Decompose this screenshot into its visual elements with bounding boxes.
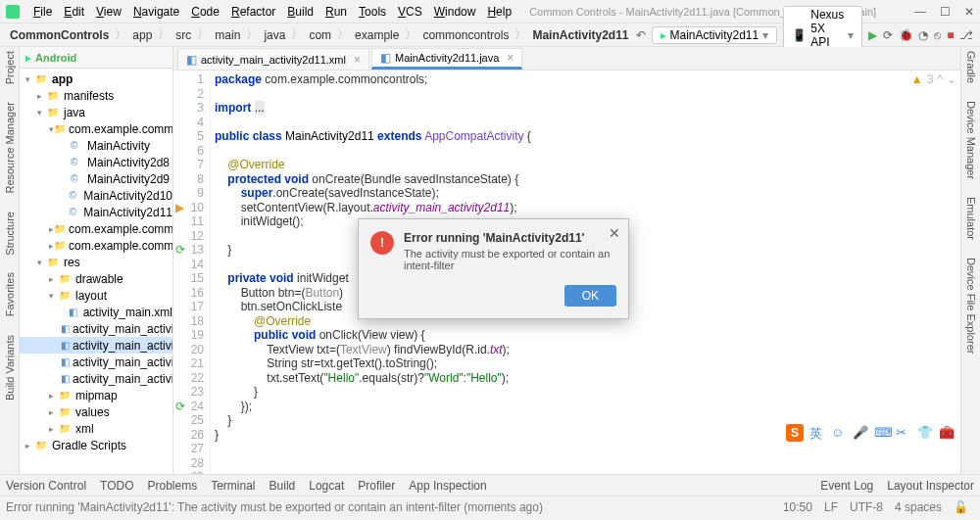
bottom-tab-event-log[interactable]: Event Log xyxy=(820,479,873,493)
tree-node[interactable]: ©MainActivity xyxy=(20,137,172,154)
tree-node[interactable]: ▾📁java xyxy=(20,104,172,120)
vcs-icon[interactable]: ⎇ xyxy=(959,28,973,42)
menu-edit[interactable]: Edit xyxy=(58,5,90,19)
tree-node[interactable]: ◧activity_main_activity2d11 xyxy=(20,337,172,354)
tree-node[interactable]: ©MainActivity2d8 xyxy=(20,154,172,170)
ime-lang[interactable]: 英 xyxy=(809,425,825,441)
bottom-tab-app-inspection[interactable]: App Inspection xyxy=(409,479,486,493)
bottom-tab-layout-inspector[interactable]: Layout Inspector xyxy=(887,479,974,493)
tree-node[interactable]: ▾📁app xyxy=(20,71,172,87)
encoding[interactable]: UTF-8 xyxy=(850,500,883,514)
menu-code[interactable]: Code xyxy=(185,5,225,19)
tool-tab-emulator[interactable]: Emulator xyxy=(965,197,977,240)
editor-badges[interactable]: ▲3 ^⌄ xyxy=(911,72,956,86)
menu-view[interactable]: View xyxy=(90,5,127,19)
tree-node[interactable]: ◧activity_main_activity2d8.x xyxy=(20,354,172,370)
sogou-icon[interactable]: S xyxy=(786,424,804,442)
bottom-tab-version-control[interactable]: Version Control xyxy=(6,479,86,493)
editor-tab[interactable]: ◧activity_main_activity2d11.xml× xyxy=(177,48,369,70)
tool-tab-structure[interactable]: Structure xyxy=(4,212,16,256)
close-tab-icon[interactable]: × xyxy=(354,53,361,67)
editor-tab[interactable]: ◧MainActivity2d11.java× xyxy=(371,48,522,70)
ime-toolbar[interactable]: S 英 ☺ 🎤 ⌨ ✂ 👕 🧰 xyxy=(786,424,955,442)
mic-icon[interactable]: 🎤 xyxy=(853,425,868,441)
debug-icon[interactable]: 🐞 xyxy=(899,28,912,42)
toolbar: CommonControls〉app〉src〉main〉java〉com〉exa… xyxy=(0,24,980,47)
tree-node[interactable]: ▸📁mipmap xyxy=(20,387,172,403)
tree-node[interactable]: ▸📁values xyxy=(20,403,172,420)
menu-file[interactable]: File xyxy=(27,5,58,19)
maximize-icon[interactable]: ☐ xyxy=(940,5,951,19)
tree-node[interactable]: ◧activity_main_activity2d10 xyxy=(20,320,172,337)
breadcrumb-8[interactable]: MainActivity2d11 xyxy=(528,28,632,42)
menu-navigate[interactable]: Navigate xyxy=(127,5,185,19)
emoji-icon[interactable]: ☺ xyxy=(831,425,847,441)
attach-icon[interactable]: ⎋ xyxy=(934,28,941,42)
close-window-icon[interactable]: ✕ xyxy=(964,5,974,19)
tree-node[interactable]: ▾📁layout xyxy=(20,287,172,304)
bottom-tab-terminal[interactable]: Terminal xyxy=(211,479,255,493)
run-icon[interactable]: ▶ xyxy=(868,28,877,42)
readonly-icon[interactable]: 🔓 xyxy=(954,500,968,514)
tree-node[interactable]: ◧activity_main.xml xyxy=(20,304,172,320)
caret-position[interactable]: 10:50 xyxy=(783,500,812,514)
project-tree[interactable]: ▾📁app▸📁manifests▾📁java▾📁com.example.comm… xyxy=(20,69,172,455)
project-view-label[interactable]: Android xyxy=(35,52,76,64)
status-message: Error running 'MainActivity2d11': The ac… xyxy=(6,500,543,514)
bottom-tab-profiler[interactable]: Profiler xyxy=(358,479,395,493)
tree-node[interactable]: ▸📁xml xyxy=(20,420,172,437)
breadcrumb-0[interactable]: CommonControls xyxy=(6,28,113,42)
back-icon[interactable]: ↶ xyxy=(636,28,646,42)
tree-node[interactable]: ▸📁com.example.commoncontrols xyxy=(20,220,172,237)
run-config-selector[interactable]: ▸MainActivity2d11▾ xyxy=(652,26,778,44)
tree-node[interactable]: ©MainActivity2d11 xyxy=(20,204,172,220)
tool-tab-project[interactable]: Project xyxy=(4,51,16,84)
breadcrumb-3[interactable]: main xyxy=(211,28,244,42)
breadcrumb-4[interactable]: java xyxy=(260,28,289,42)
tree-node[interactable]: ▾📁com.example.commoncontrols xyxy=(20,120,172,137)
line-separator[interactable]: LF xyxy=(824,500,838,514)
bottom-tab-problems[interactable]: Problems xyxy=(148,479,198,493)
menu-build[interactable]: Build xyxy=(281,5,319,19)
tree-node[interactable]: ©MainActivity2d10 xyxy=(20,187,172,204)
profile-icon[interactable]: ◔ xyxy=(918,28,928,42)
tool-tab-device-manager[interactable]: Device Manager xyxy=(965,101,977,179)
close-icon[interactable]: ✕ xyxy=(609,225,620,241)
close-tab-icon[interactable]: × xyxy=(507,51,514,65)
menu-tools[interactable]: Tools xyxy=(353,5,392,19)
menu-window[interactable]: Window xyxy=(428,5,482,19)
indent[interactable]: 4 spaces xyxy=(895,500,942,514)
ok-button[interactable]: OK xyxy=(564,285,616,307)
minimize-icon[interactable]: — xyxy=(914,5,926,19)
bottom-tab-build[interactable]: Build xyxy=(270,479,296,493)
tree-node[interactable]: ▾📁res xyxy=(20,254,172,270)
clipboard-icon[interactable]: ✂ xyxy=(896,425,911,441)
tool-tab-resource-manager[interactable]: Resource Manager xyxy=(4,102,16,194)
tool-tab-device-file-explorer[interactable]: Device File Explorer xyxy=(965,258,977,354)
breadcrumb-6[interactable]: example xyxy=(351,28,403,42)
menu-run[interactable]: Run xyxy=(319,5,353,19)
tool-tab-favorites[interactable]: Favorites xyxy=(4,272,16,316)
keyboard-icon[interactable]: ⌨ xyxy=(874,425,890,441)
tree-node[interactable]: ◧activity_main_activity2d9.x xyxy=(20,370,172,387)
tool-tab-gradle[interactable]: Gradle xyxy=(965,51,977,83)
tree-node[interactable]: ©MainActivity2d9 xyxy=(20,170,172,187)
bottom-tab-todo[interactable]: TODO xyxy=(100,479,133,493)
menu-help[interactable]: Help xyxy=(481,5,517,19)
stop-icon[interactable]: ■ xyxy=(947,28,954,42)
breadcrumb-7[interactable]: commoncontrols xyxy=(418,28,513,42)
breadcrumb-2[interactable]: src xyxy=(172,28,195,42)
breadcrumb-1[interactable]: app xyxy=(128,28,156,42)
tool-tab-build-variants[interactable]: Build Variants xyxy=(4,335,16,401)
tree-node[interactable]: ▸📁drawable xyxy=(20,270,172,287)
bottom-tab-logcat[interactable]: Logcat xyxy=(309,479,344,493)
tree-node[interactable]: ▸📁com.example.commoncontrols xyxy=(20,237,172,254)
breadcrumb-5[interactable]: com xyxy=(305,28,335,42)
menu-refactor[interactable]: Refactor xyxy=(225,5,281,19)
toolbox-icon[interactable]: 🧰 xyxy=(939,425,955,441)
apply-changes-icon[interactable]: ⟳ xyxy=(883,28,893,42)
skin-icon[interactable]: 👕 xyxy=(917,425,933,441)
menu-vcs[interactable]: VCS xyxy=(392,5,428,19)
tree-node[interactable]: ▸📁manifests xyxy=(20,87,172,104)
tree-node[interactable]: ▸📁Gradle Scripts xyxy=(20,437,172,453)
